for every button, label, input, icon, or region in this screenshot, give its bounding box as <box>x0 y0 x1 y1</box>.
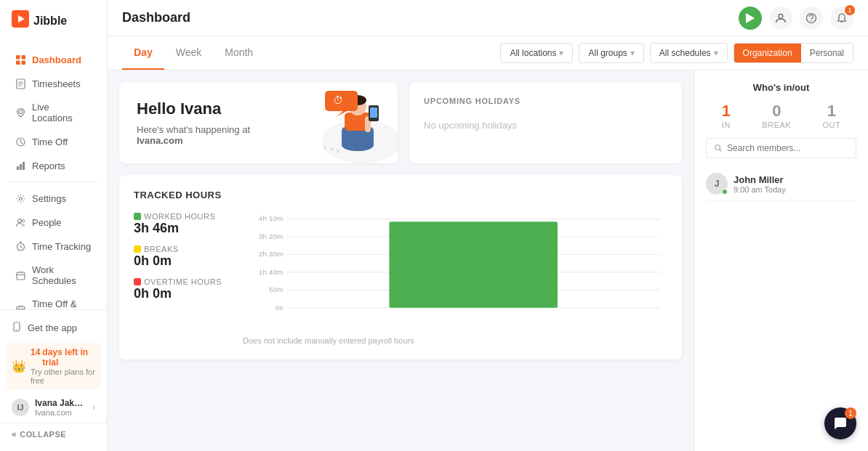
logo-icon <box>12 10 29 31</box>
groups-filter[interactable]: All groups ▾ <box>579 43 643 63</box>
sidebar-label-dashboard: Dashboard <box>32 54 81 65</box>
sidebar-label-time-off-holidays: Time Off & Holidays <box>32 298 92 309</box>
count-break-label: BREAK <box>762 121 791 129</box>
tab-day-label: Day <box>134 46 153 58</box>
count-in: 1 IN <box>722 102 731 129</box>
user-avatar: IJ <box>12 399 29 416</box>
svg-rect-4 <box>16 60 20 65</box>
personal-toggle[interactable]: Personal <box>801 44 853 62</box>
svg-rect-60 <box>370 107 377 118</box>
svg-point-64 <box>331 147 334 150</box>
svg-rect-2 <box>16 55 20 60</box>
time-off-icon <box>15 136 26 147</box>
svg-point-66 <box>324 147 326 149</box>
sidebar: Jibble Dashboard <box>0 0 108 451</box>
tabs: Day Week Month <box>122 36 265 70</box>
locations-filter-label: All locations <box>510 48 556 58</box>
breaks-stat: BREAKS 0h 0m <box>134 245 228 269</box>
schedules-filter-label: All schedules <box>659 48 711 58</box>
user-section[interactable]: IJ Ivana Jakovljevic Ivana.com › <box>0 392 107 423</box>
logo[interactable]: Jibble <box>0 0 107 41</box>
whos-counts: 1 IN 0 BREAK 1 OUT <box>706 102 856 129</box>
sidebar-item-live-locations[interactable]: Live Locations <box>3 96 104 129</box>
top-cards: Hello Ivana Here's what's happening at I… <box>119 82 682 163</box>
live-locations-icon <box>15 107 26 118</box>
trial-days: 14 <box>31 347 40 357</box>
locations-chevron-icon: ▾ <box>559 48 563 58</box>
settings-icon <box>15 192 26 204</box>
time-off-holidays-icon <box>15 304 26 309</box>
sidebar-label-live-locations: Live Locations <box>32 102 92 123</box>
phone-icon <box>12 322 22 334</box>
member-search[interactable] <box>706 138 856 158</box>
sidebar-label-settings: Settings <box>32 193 66 204</box>
collapse-button[interactable]: « COLLAPSE <box>0 423 107 445</box>
get-app-label: Get the app <box>28 322 77 333</box>
sidebar-item-time-off-holidays[interactable]: Time Off & Holidays <box>3 293 104 309</box>
tabs-row: Day Week Month All locations ▾ All group… <box>108 36 868 70</box>
organization-toggle[interactable]: Organization <box>734 44 801 62</box>
overtime-stat: OVERTIME HOURS 0h 0m <box>134 277 228 301</box>
chat-badge: 1 <box>845 407 856 419</box>
svg-rect-5 <box>21 60 25 65</box>
get-app-item[interactable]: Get the app <box>0 316 107 340</box>
tab-week[interactable]: Week <box>164 36 214 70</box>
groups-filter-label: All groups <box>588 48 627 58</box>
tab-month-label: Month <box>225 46 253 58</box>
svg-point-65 <box>336 149 340 153</box>
sidebar-label-work-schedules: Work Schedules <box>32 264 92 286</box>
chat-widget[interactable]: 1 <box>824 407 856 439</box>
help-button[interactable] <box>800 7 823 30</box>
count-out-label: OUT <box>823 121 841 129</box>
tab-day[interactable]: Day <box>122 36 164 70</box>
sidebar-item-reports[interactable]: Reports <box>3 154 104 177</box>
worked-dot <box>134 213 141 220</box>
user-info: Ivana Jakovljevic Ivana.com <box>35 398 87 417</box>
sidebar-item-people[interactable]: People <box>3 211 104 234</box>
worked-hours-value: 3h 46m <box>134 221 228 236</box>
sidebar-item-timesheets[interactable]: Timesheets <box>3 72 104 95</box>
user-email: Ivana.com <box>35 408 87 417</box>
svg-rect-23 <box>17 272 25 280</box>
count-out-value: 1 <box>823 102 841 121</box>
hello-illustration: ⏱ <box>296 82 398 163</box>
sidebar-nav: Dashboard Timesheets Live Locations <box>0 41 107 309</box>
svg-rect-16 <box>23 162 25 170</box>
svg-point-80 <box>715 145 720 150</box>
member-initials: J <box>715 179 720 189</box>
member-time: 9:00 am Today <box>734 185 786 194</box>
locations-filter[interactable]: All locations ▾ <box>500 43 573 63</box>
collapse-label: COLLAPSE <box>20 430 66 439</box>
svg-point-18 <box>17 219 21 222</box>
user-profile-button[interactable] <box>769 7 792 30</box>
sidebar-item-work-schedules[interactable]: Work Schedules <box>3 259 104 292</box>
work-schedules-icon <box>15 269 26 281</box>
count-in-label: IN <box>722 121 731 129</box>
svg-point-47 <box>16 329 17 330</box>
sidebar-item-dashboard[interactable]: Dashboard <box>3 48 104 71</box>
tabs-filters: All locations ▾ All groups ▾ All schedul… <box>500 43 853 63</box>
org-personal-toggle: Organization Personal <box>734 43 853 63</box>
user-chevron-icon: › <box>92 402 95 413</box>
notifications-button[interactable]: 1 <box>830 7 853 30</box>
content-area: Hello Ivana Here's what's happening at I… <box>108 70 868 451</box>
svg-text:50m: 50m <box>269 285 284 293</box>
svg-text:0s: 0s <box>276 304 284 312</box>
play-button[interactable] <box>739 7 762 30</box>
count-break: 0 BREAK <box>762 102 791 129</box>
trial-banner[interactable]: 👑 14 days left in trial Try other plans … <box>6 343 101 389</box>
overtime-dot <box>134 278 141 285</box>
count-break-value: 0 <box>762 102 791 121</box>
member-search-input[interactable] <box>727 143 848 153</box>
overtime-value: 0h 0m <box>134 286 228 301</box>
schedules-filter[interactable]: All schedules ▾ <box>650 43 728 63</box>
sidebar-item-time-tracking[interactable]: Time Tracking <box>3 235 104 258</box>
svg-text:2h 30m: 2h 30m <box>259 250 284 258</box>
sidebar-item-time-off[interactable]: Time Off <box>3 130 104 153</box>
svg-point-17 <box>19 197 22 200</box>
sidebar-item-settings[interactable]: Settings <box>3 187 104 210</box>
content-main: Hello Ivana Here's what's happening at I… <box>108 70 694 451</box>
header: Dashboard <box>108 0 868 36</box>
hello-card: Hello Ivana Here's what's happening at I… <box>119 82 398 163</box>
tab-month[interactable]: Month <box>213 36 265 70</box>
